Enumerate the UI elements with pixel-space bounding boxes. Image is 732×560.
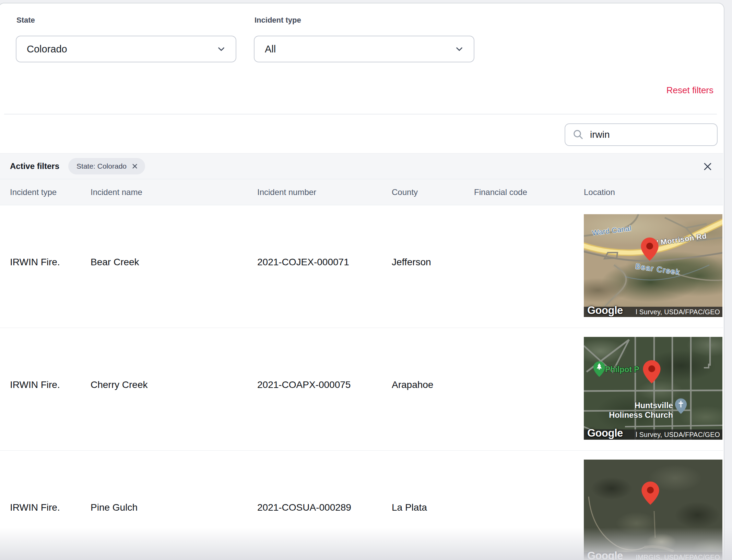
cell-incident-type: IRWIN Fire. [10,379,60,390]
chip-remove-icon[interactable] [131,163,138,170]
cell-county: Arapahoe [392,379,433,390]
active-filters-label: Active filters [10,161,59,171]
incident-type-filter-label: Incident type [255,16,301,25]
tree-pin-icon [593,361,606,377]
google-logo: Google [587,550,623,560]
google-logo: Google [587,427,623,439]
cell-incident-name: Bear Creek [91,257,139,268]
filter-chip-label: State: Colorado [76,162,127,170]
location-map-thumbnail[interactable]: IMRGIS, USDA/FPAC/GEO Google [584,460,722,560]
incident-type-select[interactable]: All [254,36,474,62]
table-row[interactable]: IRWIN Fire. Bear Creek 2021-COJEX-000071… [0,205,723,328]
church-pin-icon [674,398,687,414]
column-header-location: Location [584,187,615,197]
cell-incident-number: 2021-COSUA-000289 [257,502,351,513]
column-header-incident-number: Incident number [257,187,316,197]
filter-chip-state-colorado[interactable]: State: Colorado [68,158,145,174]
map-pin-icon [642,360,661,384]
cell-incident-number: 2021-COAPX-000075 [257,379,351,390]
active-filters-bar: Active filters State: Colorado [0,153,723,179]
location-map-thumbnail[interactable]: Philpot P Huntsville Holiness Church l S… [584,337,722,440]
state-select-value: Colorado [27,44,67,55]
map-roads-art [584,337,722,440]
search-input[interactable] [589,129,715,141]
cell-incident-name: Pine Gulch [91,502,138,513]
close-icon[interactable] [703,161,713,172]
map-roads-art [584,460,722,560]
state-filter-label: State [16,16,35,25]
location-map-thumbnail[interactable]: Ward Canal W Morrison Rd Bear Creek l Su… [584,214,722,317]
table-header: Incident type Incident name Incident num… [0,179,723,205]
map-label-park: Philpot P [605,365,639,374]
column-header-county: County [392,187,418,197]
cell-incident-type: IRWIN Fire. [10,257,60,268]
column-header-incident-name: Incident name [91,187,142,197]
column-header-financial-code: Financial code [474,187,527,197]
map-label-church: Huntsville Holiness Church [609,401,673,420]
scrollbar-gutter[interactable] [724,0,732,560]
table-row[interactable]: IRWIN Fire. Pine Gulch 2021-COSUA-000289… [0,451,723,560]
cell-county: La Plata [392,502,427,513]
cell-incident-number: 2021-COJEX-000071 [257,257,349,268]
search-icon [572,129,585,141]
column-header-incident-type: Incident type [10,187,57,197]
search-box [565,123,718,146]
google-logo: Google [587,304,623,317]
cell-county: Jefferson [392,257,431,268]
table-row[interactable]: IRWIN Fire. Cherry Creek 2021-COAPX-0000… [0,328,723,451]
divider [4,114,717,114]
state-select[interactable]: Colorado [16,36,236,62]
chevron-down-icon [454,44,465,54]
incident-search-page: { "filters": { "state_label": "State", "… [0,0,732,560]
reset-filters-button[interactable]: Reset filters [666,85,713,96]
cell-incident-type: IRWIN Fire. [10,502,60,513]
map-pin-icon [641,481,660,506]
cell-incident-name: Cherry Creek [91,379,147,390]
results-card: State Incident type Colorado All Reset f… [0,3,724,560]
chevron-down-icon [216,44,227,54]
incident-type-select-value: All [265,44,276,55]
map-pin-icon [640,237,659,261]
